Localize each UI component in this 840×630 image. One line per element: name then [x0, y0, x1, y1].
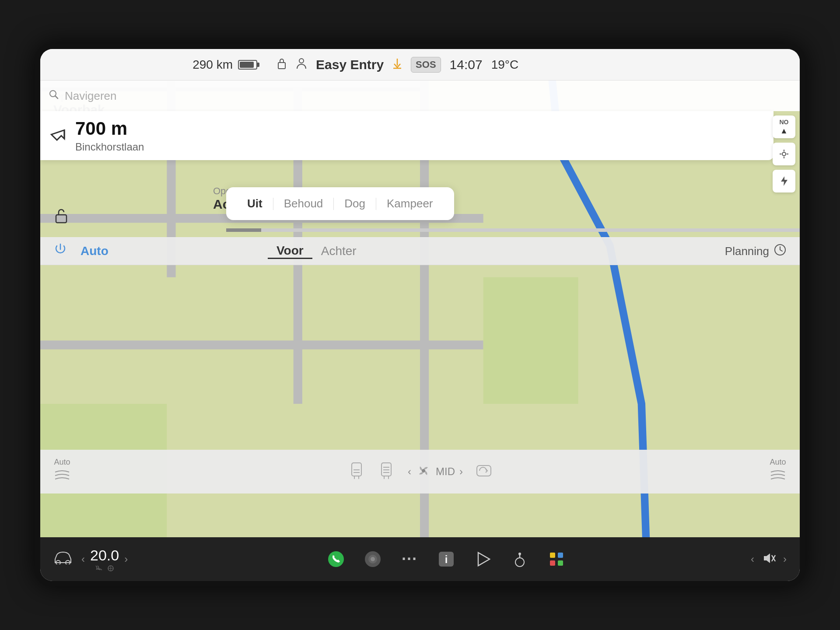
- download-icon: [392, 58, 402, 72]
- compass-button[interactable]: NO ▲: [773, 116, 795, 138]
- temp-increase[interactable]: ›: [124, 553, 128, 565]
- taskbar-center: ··· i: [228, 547, 664, 571]
- map-controls: NO ▲: [768, 111, 800, 197]
- climate-left: Auto: [53, 458, 71, 486]
- phone-button[interactable]: [324, 547, 348, 571]
- svg-rect-30: [40, 340, 483, 349]
- climate-right: Auto: [769, 458, 787, 486]
- fan-speed-down[interactable]: ‹: [408, 466, 411, 478]
- nav-info: 700 m Binckhorstlaan: [75, 118, 144, 153]
- heat-left-icon[interactable]: [348, 461, 365, 482]
- mode-behoud[interactable]: Behoud: [273, 193, 334, 214]
- battery-fill: [240, 62, 254, 68]
- climate-right-icon[interactable]: [769, 469, 787, 486]
- person-icon: [296, 57, 307, 72]
- svg-line-37: [55, 96, 58, 98]
- voice-button[interactable]: [360, 547, 385, 571]
- nav-street: Binckhorstlaan: [75, 141, 144, 153]
- volume-mute-icon[interactable]: [761, 552, 776, 567]
- climate-mode-popup: Uit Behoud Dog Kampeer: [226, 187, 454, 220]
- media-button[interactable]: [471, 547, 495, 571]
- svg-point-59: [515, 558, 524, 567]
- taskbar-left: ‹ 20.0: [53, 547, 228, 572]
- volume-next[interactable]: ›: [783, 553, 787, 565]
- climate-left-icon[interactable]: [53, 469, 71, 486]
- games-button[interactable]: [508, 547, 532, 571]
- temp-controls: ‹ 20.0: [81, 547, 128, 572]
- taskbar-right: ‹ ›: [664, 552, 787, 567]
- heat-right-icon[interactable]: [378, 461, 395, 482]
- svg-rect-64: [550, 560, 555, 566]
- svg-point-55: [371, 557, 375, 561]
- volume-prev[interactable]: ‹: [751, 553, 754, 565]
- search-icon: [49, 90, 59, 102]
- outside-temp: 19°C: [491, 58, 519, 72]
- search-placeholder: Navigeren: [65, 89, 117, 103]
- navigation-card: 700 m Binckhorstlaan: [40, 111, 774, 160]
- lock-icon[interactable]: [276, 57, 287, 72]
- planning-clock-icon: [774, 243, 787, 259]
- mode-uit[interactable]: Uit: [237, 193, 273, 214]
- voor-achter-tabs: Voor Achter: [40, 237, 800, 265]
- nav-distance: 700 m: [75, 118, 144, 139]
- climate-row: Auto: [40, 450, 800, 494]
- direction-icon: [44, 121, 74, 151]
- fan-speed-up[interactable]: ›: [459, 466, 463, 478]
- planning-button[interactable]: Planning: [725, 237, 787, 265]
- charge-button[interactable]: [773, 170, 795, 192]
- mode-kampeer[interactable]: Kampeer: [376, 193, 444, 214]
- progress-bar-container: [226, 228, 800, 232]
- time-display: 14:07: [450, 57, 483, 72]
- search-bar[interactable]: Navigeren: [40, 80, 800, 111]
- seat-cool-left-icon: [106, 565, 115, 572]
- svg-point-45: [422, 469, 425, 472]
- fan-speed-label: MID: [436, 466, 455, 478]
- svg-rect-0: [278, 63, 285, 69]
- svg-text:i: i: [445, 553, 448, 565]
- planning-label: Planning: [725, 245, 769, 258]
- status-left: 290 km: [40, 58, 268, 72]
- tab-voor[interactable]: Voor: [268, 244, 312, 259]
- svg-rect-3: [56, 215, 66, 223]
- status-right: Easy Entry SOS 14:07 19°C: [268, 57, 800, 73]
- temp-decrease[interactable]: ‹: [81, 553, 85, 565]
- svg-point-61: [518, 553, 521, 555]
- temp-value: 20.0: [90, 547, 119, 564]
- taskbar: ‹ 20.0: [40, 537, 800, 581]
- recirculate-icon[interactable]: [476, 464, 492, 480]
- easy-entry-label: Easy Entry: [316, 57, 384, 72]
- screen: 290 km Easy Entry: [40, 49, 800, 581]
- svg-rect-63: [558, 553, 563, 558]
- svg-rect-65: [558, 560, 563, 566]
- svg-rect-62: [550, 553, 555, 558]
- svg-point-38: [782, 152, 786, 156]
- fan-icon: [416, 463, 431, 480]
- tab-achter[interactable]: Achter: [312, 244, 365, 258]
- fan-section: ‹ MID ›: [408, 463, 463, 480]
- car-icon[interactable]: [53, 550, 73, 568]
- climate-auto-right-label: Auto: [770, 458, 786, 467]
- main-content: Open Voorbak Open Ac Uit Behou: [40, 80, 800, 537]
- battery-icon: [238, 60, 257, 70]
- more-button[interactable]: ···: [397, 547, 422, 571]
- svg-point-1: [299, 59, 304, 63]
- svg-rect-35: [483, 277, 578, 404]
- climate-auto-left-label: Auto: [54, 458, 70, 467]
- location-button[interactable]: [773, 143, 795, 165]
- climate-center: ‹ MID ›: [84, 461, 756, 482]
- status-bar: 290 km Easy Entry: [40, 49, 800, 80]
- seat-heat-left-icon: [94, 565, 103, 572]
- range-text: 290 km: [192, 58, 233, 72]
- screen-bezel: 290 km Easy Entry: [35, 44, 805, 586]
- progress-bar-fill: [226, 228, 261, 232]
- svg-marker-58: [478, 553, 490, 566]
- sos-badge[interactable]: SOS: [411, 57, 441, 73]
- info-button[interactable]: i: [434, 547, 458, 571]
- mode-dog[interactable]: Dog: [334, 193, 376, 214]
- apps-button[interactable]: [544, 547, 569, 571]
